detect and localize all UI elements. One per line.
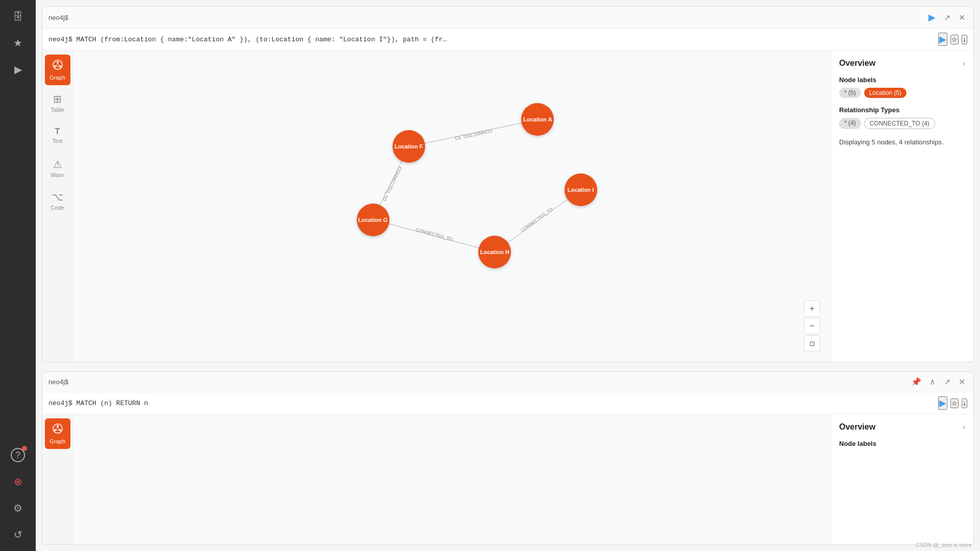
- node-labels-section: Node labels * (5) Location (5): [839, 76, 965, 98]
- zoom-out-button[interactable]: −: [804, 318, 820, 334]
- code-icon: ⌥: [52, 191, 63, 203]
- top-tab-warn-label: Warn: [51, 172, 64, 178]
- bottom-panel-expand-button[interactable]: ↗: [942, 376, 952, 388]
- bottom-query-download-button[interactable]: ↓: [962, 398, 967, 408]
- top-tab-warn[interactable]: ⚠ Warn: [45, 153, 70, 183]
- top-overview-panel: Overview › Node labels * (5) Location (5…: [830, 51, 973, 362]
- main-content: neo4j$ ▶ ↗ ✕ neo4j$ MATCH (from:Location…: [36, 0, 980, 551]
- top-query-text: neo4j$ MATCH (from:Location { name:"Loca…: [48, 36, 934, 43]
- top-panel-play-button[interactable]: ▶: [926, 11, 938, 24]
- bottom-query-star-button[interactable]: ☆: [950, 398, 959, 408]
- svg-text:CONNECTED_TO: CONNECTED_TO: [454, 128, 493, 141]
- top-tab-graph-label: Graph: [50, 74, 65, 81]
- bottom-tab-graph[interactable]: Graph: [45, 418, 70, 449]
- svg-point-16: [57, 425, 59, 427]
- sidebar-icon-history[interactable]: ↺: [7, 523, 29, 546]
- svg-line-11: [373, 220, 495, 253]
- bottom-node-labels-section: Node labels: [839, 440, 965, 447]
- bottom-panel-up-button[interactable]: ∧: [927, 376, 938, 388]
- node-G[interactable]: Location G: [357, 204, 389, 236]
- text-icon: T: [55, 127, 60, 136]
- svg-text:CONNECTED_TO: CONNECTED_TO: [415, 227, 453, 242]
- svg-point-3: [59, 65, 61, 67]
- top-tab-code[interactable]: ⌥ Code: [45, 185, 70, 216]
- sidebar: 🗄 ★ ▶ ? ⊗ ⚙ ↺: [0, 0, 36, 551]
- bottom-panel-title: neo4j$: [48, 378, 909, 386]
- graph-icon: [52, 59, 63, 73]
- top-graph-area[interactable]: CONNECTED_TOCONNECTED_TOCONNECTED_TOCONN…: [73, 51, 830, 362]
- sidebar-icon-play[interactable]: ▶: [7, 58, 29, 81]
- svg-line-5: [58, 63, 59, 66]
- node-A[interactable]: Location A: [521, 103, 554, 136]
- relationship-types-title: Relationship Types: [839, 106, 965, 114]
- bottom-graph-area[interactable]: [73, 414, 830, 544]
- top-panel-body: Graph ⊞ Table T Text ⚠ Warn: [42, 51, 973, 362]
- node-H[interactable]: Location H: [478, 236, 511, 268]
- sidebar-icon-database[interactable]: 🗄: [7, 5, 29, 28]
- panels-wrapper: neo4j$ ▶ ↗ ✕ neo4j$ MATCH (from:Location…: [36, 0, 980, 551]
- top-panel-close-button[interactable]: ✕: [957, 12, 967, 23]
- overview-title: Overview: [839, 59, 875, 68]
- bottom-panel-close-button[interactable]: ✕: [957, 376, 967, 388]
- bottom-node-labels-title: Node labels: [839, 440, 965, 447]
- top-tab-table-label: Table: [51, 107, 64, 113]
- sidebar-icon-star[interactable]: ★: [7, 32, 29, 54]
- top-query-run-button[interactable]: ▶: [938, 33, 947, 46]
- node-labels-title: Node labels: [839, 76, 965, 84]
- bottom-query-bar: neo4j$ MATCH (n) RETURN n ▶ ☆ ↓: [42, 392, 973, 414]
- svg-point-1: [57, 61, 59, 63]
- warn-icon: ⚠: [53, 158, 62, 170]
- overview-summary: Displaying 5 nodes, 4 relationships.: [839, 137, 965, 147]
- relationship-types-section: Relationship Types * (4) CONNECTED_TO (4…: [839, 106, 965, 129]
- bottom-panel-pin-button[interactable]: 📌: [909, 376, 923, 388]
- top-panel-actions: ▶ ↗ ✕: [926, 11, 967, 24]
- bottom-view-tabs: Graph: [42, 414, 73, 544]
- sidebar-icon-help[interactable]: ?: [7, 444, 29, 466]
- svg-point-17: [54, 429, 56, 431]
- top-view-tabs: Graph ⊞ Table T Text ⚠ Warn: [42, 51, 73, 362]
- top-panel-expand-button[interactable]: ↗: [942, 12, 952, 23]
- bottom-overview-expand[interactable]: ›: [963, 423, 965, 431]
- badge-all-nodes[interactable]: * (5): [839, 88, 861, 98]
- bottom-panel-header: neo4j$ 📌 ∧ ↗ ✕: [42, 372, 973, 392]
- top-query-bar: neo4j$ MATCH (from:Location { name:"Loca…: [42, 29, 973, 51]
- top-query-actions: ▶ ☆ ↓: [938, 33, 967, 46]
- bottom-query-text: neo4j$ MATCH (n) RETURN n: [48, 399, 934, 407]
- svg-line-7: [409, 119, 538, 146]
- svg-point-2: [54, 65, 56, 67]
- badge-connected-to-rels[interactable]: CONNECTED_TO (4): [864, 118, 935, 129]
- relationship-badges: * (4) CONNECTED_TO (4): [839, 118, 965, 129]
- zoom-in-button[interactable]: +: [804, 300, 820, 317]
- svg-text:CONNECTED_TO: CONNECTED_TO: [520, 207, 554, 233]
- sidebar-icon-settings[interactable]: ⚙: [7, 497, 29, 519]
- sidebar-icon-error[interactable]: ⊗: [7, 470, 29, 493]
- overview-expand-button[interactable]: ›: [963, 59, 965, 67]
- bottom-graph-icon: [52, 423, 63, 437]
- top-tab-text-label: Text: [52, 138, 62, 144]
- svg-line-4: [56, 63, 58, 66]
- zoom-controls: + − ⊡: [804, 300, 820, 352]
- top-tab-graph[interactable]: Graph: [45, 55, 70, 85]
- zoom-fit-button[interactable]: ⊡: [804, 335, 820, 352]
- svg-text:CONNECTED_TO: CONNECTED_TO: [381, 166, 403, 202]
- bottom-tab-graph-label: Graph: [50, 438, 65, 444]
- svg-point-18: [59, 429, 61, 431]
- top-query-star-button[interactable]: ☆: [950, 35, 959, 44]
- top-panel-title: neo4j$: [48, 14, 926, 21]
- svg-line-20: [58, 427, 59, 430]
- node-I[interactable]: Location I: [565, 173, 597, 206]
- top-panel: neo4j$ ▶ ↗ ✕ neo4j$ MATCH (from:Location…: [42, 6, 974, 362]
- top-tab-code-label: Code: [51, 205, 64, 211]
- top-tab-text[interactable]: T Text: [45, 120, 70, 151]
- bottom-panel-body: Graph Overview › Node labels: [42, 414, 973, 544]
- bottom-overview-panel: Overview › Node labels: [830, 414, 973, 544]
- node-labels-badges: * (5) Location (5): [839, 88, 965, 98]
- badge-location-nodes[interactable]: Location (5): [864, 88, 906, 98]
- badge-all-rels[interactable]: * (4): [839, 118, 861, 129]
- top-query-download-button[interactable]: ↓: [962, 35, 967, 44]
- top-tab-table[interactable]: ⊞ Table: [45, 87, 70, 118]
- node-F[interactable]: Location F: [393, 130, 425, 163]
- bottom-query-run-button[interactable]: ▶: [938, 396, 947, 410]
- table-icon: ⊞: [53, 93, 62, 105]
- bottom-overview-title: Overview: [839, 422, 875, 432]
